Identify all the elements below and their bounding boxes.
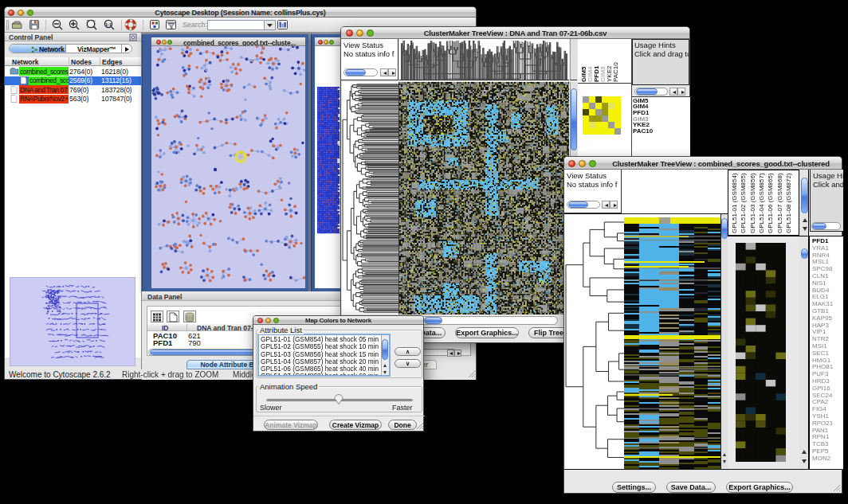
svg-text:Search:: Search: bbox=[183, 21, 207, 29]
svg-text:1:1: 1:1 bbox=[105, 22, 112, 27]
